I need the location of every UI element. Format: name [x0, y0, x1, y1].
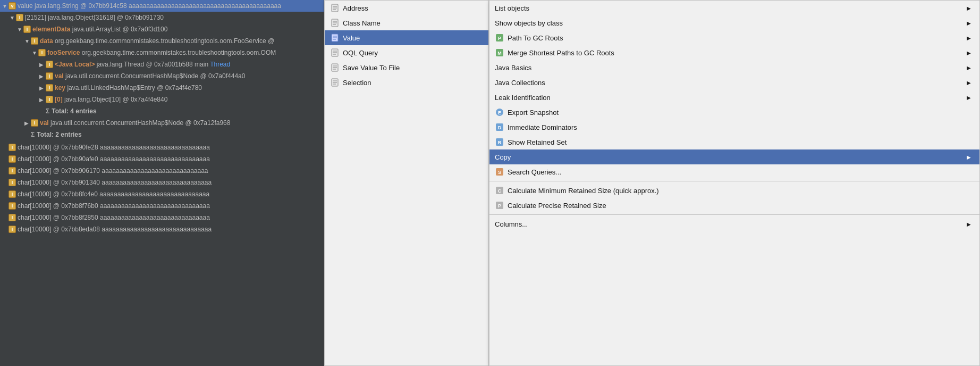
list-item[interactable]: I char[10000] @ 0x7bb8f2850 aaaaaaaaaaaa…	[0, 212, 324, 223]
tree-row[interactable]: I val java.util.concurrent.ConcurrentHas…	[0, 70, 324, 82]
menu-item-java-basics[interactable]: Java Basics ▶	[489, 60, 979, 75]
doc-icon	[330, 3, 340, 13]
menu-item-label: Save Value To File	[343, 64, 480, 72]
expand-arrow[interactable]	[39, 62, 46, 68]
menu-item-classname[interactable]: Class Name	[325, 15, 488, 30]
submenu-arrow-icon: ▶	[967, 65, 971, 71]
menu-item-label: List objects	[495, 4, 967, 12]
menu-item-calc-min[interactable]: C Calculate Minimum Retained Size (quick…	[489, 183, 979, 198]
tree-row[interactable]: I data org.geekbang.time.commonmistakes.…	[0, 35, 324, 47]
tree-row[interactable]: I elementData java.util.ArrayList @ 0x7a…	[0, 23, 324, 35]
total-label: Total: 2 entries	[37, 131, 81, 138]
node-icon: I	[31, 37, 38, 45]
menu-item-savevalue[interactable]: Save Value To File	[325, 60, 488, 75]
expand-arrow[interactable]	[39, 85, 46, 91]
list-item[interactable]: I char[10000] @ 0x7bb901340 aaaaaaaaaaaa…	[0, 177, 324, 188]
node-icon: I	[9, 214, 16, 221]
tree-row[interactable]: I val java.util.concurrent.ConcurrentHas…	[0, 117, 324, 129]
bottom-rows: I char[10000] @ 0x7bb90fe28 aaaaaaaaaaaa…	[0, 142, 324, 235]
menu-item-dominators[interactable]: D Immediate Dominators	[489, 120, 979, 135]
menu-item-show-objects[interactable]: Show objects by class ▶	[489, 15, 979, 30]
menu-item-merge-paths[interactable]: M Merge Shortest Paths to GC Roots ▶	[489, 45, 979, 60]
menu-item-copy[interactable]: Copy ▶	[489, 149, 979, 164]
node-icon: I	[46, 61, 53, 68]
menu-item-retained[interactable]: R Show Retained Set	[489, 135, 979, 149]
node-icon: I	[9, 190, 16, 198]
expand-arrow[interactable]	[17, 27, 23, 32]
menu-item-label: Calculate Minimum Retained Size (quick a…	[508, 187, 971, 195]
menu-item-export[interactable]: E Export Snapshot	[489, 105, 979, 120]
menu-item-label: Leak Identification	[495, 94, 967, 102]
row-text: value java.lang.String @ 0x7bb914c58 aaa…	[18, 2, 281, 10]
menu-item-label: Search Queries...	[508, 168, 971, 176]
dominators-icon: D	[495, 122, 504, 132]
node-icon: I	[9, 167, 16, 174]
list-item[interactable]: I char[10000] @ 0x7bb90afe0 aaaaaaaaaaaa…	[0, 153, 324, 165]
tree-row[interactable]: I [21521] java.lang.Object[31618] @ 0x7b…	[0, 12, 324, 23]
menu-separator	[489, 181, 979, 181]
row-text: [0] java.lang.Object[10] @ 0x7a4f4e840	[55, 96, 167, 103]
tree-row[interactable]: I [0] java.lang.Object[10] @ 0x7a4f4e840	[0, 94, 324, 105]
expand-arrow[interactable]	[39, 73, 46, 79]
menu-item-selection[interactable]: Selection	[325, 75, 488, 90]
expand-arrow[interactable]	[32, 50, 38, 56]
menu-separator	[489, 214, 979, 215]
menu-item-gc-roots[interactable]: P Path To GC Roots ▶	[489, 30, 979, 45]
submenu-arrow-icon: ▶	[967, 50, 971, 56]
menu-item-list-objects[interactable]: List objects ▶	[489, 1, 979, 15]
export-icon: E	[495, 107, 504, 117]
row-text: [21521] java.lang.Object[31618] @ 0x7bb0…	[25, 14, 164, 21]
list-item[interactable]: I char[10000] @ 0x7bb8f76b0 aaaaaaaaaaaa…	[0, 200, 324, 212]
row-text: key java.util.LinkedHashMap$Entry @ 0x7a…	[55, 84, 202, 91]
tree-panel: v value java.lang.String @ 0x7bb914c58 a…	[0, 0, 324, 366]
row-text: val java.util.concurrent.ConcurrentHashM…	[55, 72, 245, 80]
svg-text:E: E	[498, 110, 501, 115]
row-text: <Java Local> java.lang.Thread @ 0x7a001b…	[55, 61, 230, 68]
svg-text:P: P	[498, 36, 501, 41]
node-icon: I	[9, 144, 16, 151]
menu-item-label: Copy	[495, 153, 967, 161]
node-icon: I	[23, 26, 31, 33]
node-icon: v	[9, 2, 16, 10]
list-item[interactable]: I char[10000] @ 0x7bb90fe28 aaaaaaaaaaaa…	[0, 142, 324, 153]
menu-item-search[interactable]: S Search Queries...	[489, 164, 979, 179]
svg-text:P: P	[498, 203, 501, 209]
menu-item-label: Show objects by class	[495, 19, 967, 27]
list-item[interactable]: I char[10000] @ 0x7bb906170 aaaaaaaaaaaa…	[0, 165, 324, 177]
menu-item-label: Selection	[343, 79, 480, 87]
search-icon: S	[495, 167, 504, 177]
tree-row[interactable]: I <Java Local> java.lang.Thread @ 0x7a00…	[0, 59, 324, 70]
tree-row-sigma: Σ Total: 4 entries	[0, 105, 324, 117]
menu-item-columns[interactable]: Columns... ▶	[489, 217, 979, 231]
expand-arrow[interactable]	[10, 15, 16, 21]
list-item[interactable]: I char[10000] @ 0x7bb8eda08 aaaaaaaaaaaa…	[0, 223, 324, 235]
menu-item-value[interactable]: Value	[325, 30, 488, 45]
node-icon: I	[9, 179, 16, 186]
menu-item-label: Value	[343, 34, 480, 42]
tree-row[interactable]: I key java.util.LinkedHashMap$Entry @ 0x…	[0, 82, 324, 94]
expand-arrow[interactable]	[24, 120, 31, 126]
expand-arrow[interactable]	[24, 38, 31, 44]
menu-item-address[interactable]: Address	[325, 1, 488, 15]
merge-icon: M	[495, 48, 504, 57]
menu-item-calc-precise[interactable]: P Calculate Precise Retained Size	[489, 198, 979, 213]
node-icon: I	[9, 155, 16, 163]
menu-item-java-collections[interactable]: Java Collections ▶	[489, 75, 979, 90]
list-item[interactable]: I char[10000] @ 0x7bb8fc4e0 aaaaaaaaaaaa…	[0, 188, 324, 200]
menu-item-label: Class Name	[343, 19, 480, 27]
calc-icon: C	[495, 186, 504, 195]
expand-arrow[interactable]	[2, 3, 9, 9]
menu-item-label: Calculate Precise Retained Size	[508, 202, 971, 210]
row-text: fooService org.geekbang.time.commonmista…	[47, 49, 276, 56]
tree-row[interactable]: I fooService org.geekbang.time.commonmis…	[0, 47, 324, 59]
submenu-arrow-icon: ▶	[967, 80, 971, 86]
tree-row[interactable]: v value java.lang.String @ 0x7bb914c58 a…	[0, 0, 324, 12]
expand-arrow[interactable]	[39, 97, 46, 103]
menu-item-oql[interactable]: OQL Query	[325, 45, 488, 60]
menu-item-leak[interactable]: Leak Identification ▶	[489, 90, 979, 105]
row-text: elementData java.util.ArrayList @ 0x7a0f…	[32, 26, 167, 33]
submenu-arrow-icon: ▶	[967, 95, 971, 101]
menu-item-label: Path To GC Roots	[508, 34, 967, 42]
row-text: val java.util.concurrent.ConcurrentHashM…	[40, 119, 230, 127]
calcprecise-icon: P	[495, 201, 504, 210]
